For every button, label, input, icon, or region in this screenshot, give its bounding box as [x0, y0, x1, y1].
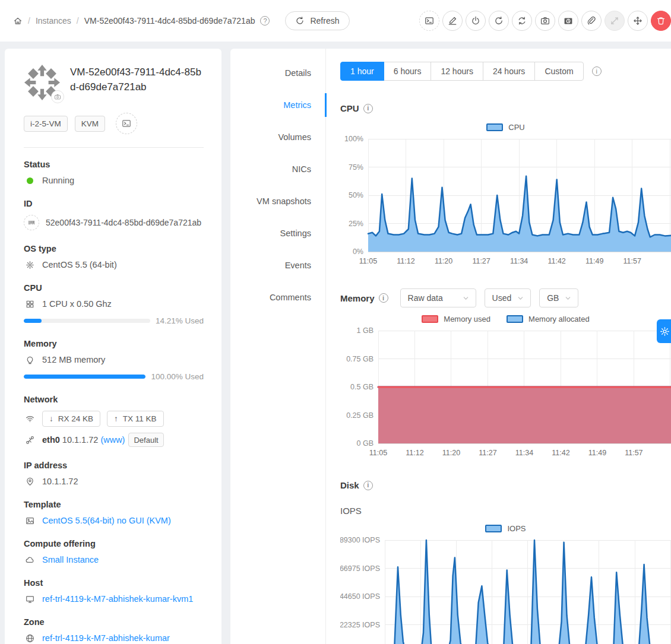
- os-type-value: CentOS 5.5 (64-bit): [42, 260, 117, 269]
- memory-label: Memory: [24, 339, 204, 348]
- tab-details[interactable]: Details: [230, 57, 325, 89]
- svg-text:50%: 50%: [349, 191, 363, 199]
- tab-nics[interactable]: NICs: [230, 153, 325, 185]
- arrow-up-icon: ↑: [114, 414, 118, 423]
- ip-value: 10.1.1.72: [42, 477, 78, 486]
- arrow-down-icon: ↓: [49, 414, 53, 423]
- os-type-label: OS type: [24, 244, 204, 253]
- time-range-group: 1 hour6 hours12 hours24 hoursCustom: [340, 62, 584, 81]
- details-card: DetailsMetricsVolumesNICsVM snapshotsSet…: [230, 49, 671, 644]
- range-Custom-button[interactable]: Custom: [534, 62, 583, 81]
- memory-section: Memory 512 MB memory 100.00% Used: [24, 339, 204, 381]
- range-24-hours-button[interactable]: 24 hours: [483, 62, 535, 81]
- bulb-icon: [24, 356, 36, 364]
- iops-chart: 0 IOPS22325 IOPS44650 IOPS66975 IOPS8930…: [340, 535, 671, 644]
- power-off-button[interactable]: [466, 11, 486, 31]
- svg-text:25%: 25%: [349, 220, 363, 228]
- svg-text:11:49: 11:49: [585, 257, 603, 265]
- console-button[interactable]: [419, 11, 439, 31]
- svg-text:22325 IOPS: 22325 IOPS: [340, 621, 380, 629]
- svg-text:11:20: 11:20: [442, 449, 460, 457]
- tab-settings[interactable]: Settings: [230, 217, 325, 249]
- compute-offering-link[interactable]: Small Instance: [42, 555, 99, 564]
- svg-text:66975 IOPS: 66975 IOPS: [340, 564, 380, 573]
- svg-text:100%: 100%: [344, 135, 363, 143]
- id-label: ID: [24, 199, 204, 208]
- snapshot-button[interactable]: [535, 11, 555, 31]
- svg-text:11:05: 11:05: [369, 449, 387, 457]
- svg-text:11:20: 11:20: [435, 257, 452, 265]
- rx-button[interactable]: ↓ RX 24 KB: [42, 411, 100, 427]
- memory-select-2[interactable]: GB: [539, 288, 578, 307]
- svg-text:0.75 GB: 0.75 GB: [346, 355, 374, 363]
- host-link[interactable]: ref-trl-4119-k-M7-abhishek-kumar-kvm1: [42, 594, 193, 604]
- svg-text:0.5 GB: 0.5 GB: [350, 383, 374, 391]
- svg-text:11:27: 11:27: [472, 257, 490, 265]
- breadcrumb-instances-link[interactable]: Instances: [36, 16, 71, 26]
- svg-text:11:42: 11:42: [547, 257, 565, 265]
- metrics-content: 1 hour6 hours12 hours24 hoursCustom i CP…: [326, 49, 671, 644]
- svg-text:0.25 GB: 0.25 GB: [346, 411, 374, 420]
- zone-link[interactable]: ref-trl-4119-k-M7-abhishek-kumar: [42, 633, 170, 643]
- svg-text:1 GB: 1 GB: [357, 326, 374, 335]
- detail-tabs: DetailsMetricsVolumesNICsVM snapshotsSet…: [230, 49, 326, 644]
- id-section: ID 52e00f43-7911-4dc4-85bd-d69de7a721ab: [24, 199, 204, 230]
- legend-label: Memory used: [444, 315, 490, 323]
- legend-label: IOPS: [507, 524, 526, 533]
- console-shortcut-button[interactable]: [116, 113, 137, 134]
- recurring-snapshot-button[interactable]: [558, 11, 578, 31]
- range-1-hour-button[interactable]: 1 hour: [340, 62, 384, 81]
- settings-fab-button[interactable]: [657, 319, 671, 343]
- chevron-down-icon: [517, 295, 523, 301]
- svg-text:0 GB: 0 GB: [357, 439, 374, 448]
- svg-text:11:34: 11:34: [515, 449, 533, 457]
- memory-info-icon[interactable]: i: [379, 293, 388, 303]
- range-12-hours-button[interactable]: 12 hours: [431, 62, 483, 81]
- home-icon[interactable]: [13, 16, 23, 26]
- cpu-usage-percent: 14.21% Used: [156, 316, 204, 325]
- iops-subtitle: IOPS: [340, 506, 671, 516]
- refresh-button[interactable]: Refresh: [285, 11, 349, 30]
- tab-comments[interactable]: Comments: [230, 281, 325, 313]
- tab-vm-snapshots[interactable]: VM snapshots: [230, 185, 325, 217]
- help-icon[interactable]: ?: [260, 16, 270, 26]
- destroy-button[interactable]: [651, 11, 671, 31]
- compute-offering-label: Compute offering: [24, 539, 204, 548]
- tab-metrics[interactable]: Metrics: [230, 89, 325, 121]
- cpu-chart-title: CPU: [340, 103, 359, 113]
- attach-iso-button[interactable]: [581, 11, 602, 31]
- svg-text:0%: 0%: [353, 248, 363, 256]
- range-6-hours-button[interactable]: 6 hours: [384, 62, 432, 81]
- template-link[interactable]: CentOS 5.5(64-bit) no GUI (KVM): [42, 516, 171, 525]
- os-type-section: OS type CentOS 5.5 (64-bit): [24, 244, 204, 269]
- memory-select-0[interactable]: Raw data: [400, 288, 476, 307]
- cpu-section: CPU 1 CPU x 0.50 Ghz 14.21% Used: [24, 283, 204, 325]
- memory-select-1[interactable]: Used: [485, 288, 531, 307]
- nic-ip: 10.1.1.72: [62, 435, 98, 445]
- camera-badge-icon[interactable]: [51, 90, 64, 103]
- zone-section: Zone ref-trl-4119-k-M7-abhishek-kumar: [24, 617, 204, 643]
- cpu-info-icon[interactable]: i: [363, 104, 373, 113]
- migrate-button[interactable]: [628, 11, 648, 31]
- scale-button[interactable]: [604, 11, 625, 31]
- edit-button[interactable]: [442, 11, 463, 31]
- picture-icon: [24, 516, 36, 525]
- reinstall-button[interactable]: [512, 11, 532, 31]
- reboot-button[interactable]: [489, 11, 509, 31]
- memory-usage-percent: 100.00% Used: [151, 372, 204, 381]
- memory-chart-title: Memory: [340, 293, 375, 303]
- id-value: 52e00f43-7911-4dc4-85bd-d69de7a721ab: [46, 218, 201, 227]
- info-icon[interactable]: i: [592, 66, 602, 76]
- api-link-icon: [24, 436, 36, 445]
- memory-value: 512 MB memory: [42, 355, 105, 364]
- svg-text:11:12: 11:12: [397, 257, 414, 265]
- tag-row: i-2-5-VMKVM: [24, 113, 204, 134]
- tab-volumes[interactable]: Volumes: [230, 121, 325, 153]
- breadcrumb: / Instances / VM-52e00f43-7911-4dc4-85bd…: [13, 16, 270, 26]
- nic-network-link[interactable]: (www): [100, 435, 125, 445]
- gear-icon: [660, 326, 670, 337]
- tab-events[interactable]: Events: [230, 249, 325, 281]
- tx-button[interactable]: ↑ TX 11 KB: [107, 411, 164, 427]
- disk-info-icon[interactable]: i: [363, 481, 373, 490]
- svg-text:11:34: 11:34: [510, 257, 528, 265]
